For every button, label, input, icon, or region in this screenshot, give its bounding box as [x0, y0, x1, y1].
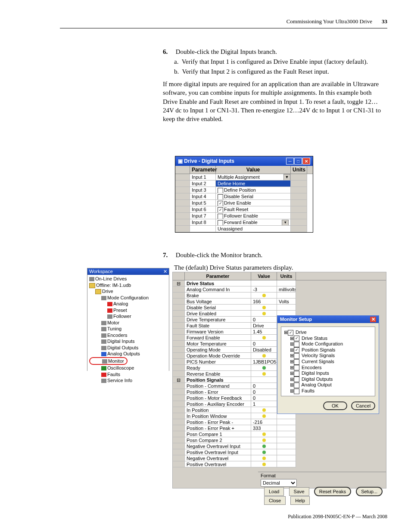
- save-button[interactable]: Save: [289, 487, 309, 496]
- checkbox[interactable]: [294, 365, 299, 370]
- grid-row[interactable]: Negative Overtravel: [173, 455, 386, 461]
- checkbox[interactable]: ✓: [218, 207, 223, 213]
- close-icon[interactable]: ✕: [370, 317, 376, 322]
- monitor-screenshot: Workspace ✕ On-Line DrivesOffline: IM-1.…: [87, 268, 386, 488]
- grid-row[interactable]: Posn Compare 1: [173, 431, 386, 437]
- tree-node[interactable]: Preset: [89, 307, 167, 314]
- grid-row[interactable]: Input 3Define Position: [175, 187, 313, 193]
- grid-row[interactable]: Input 7Follower Enable: [175, 213, 313, 219]
- tree-node[interactable]: Analog Outputs: [89, 351, 167, 357]
- grid-row[interactable]: Bus Voltage166Volts: [173, 299, 386, 305]
- grid-row[interactable]: Position - Error Peak --216: [173, 419, 386, 425]
- grid-row[interactable]: Input 1Multiple Assignment▼: [175, 174, 313, 180]
- monitor-tree-node[interactable]: ⊞ Current Signals: [284, 359, 372, 365]
- scroll-down-icon[interactable]: ▾: [282, 220, 289, 226]
- checkbox[interactable]: [294, 383, 299, 388]
- maximize-button[interactable]: □: [294, 158, 302, 165]
- dropdown-arrow-icon[interactable]: ▼: [283, 174, 290, 180]
- status-bulb-icon: [262, 463, 266, 466]
- monitor-tree-node[interactable]: ⊞ Encoders: [284, 365, 372, 371]
- tree-node[interactable]: Motor: [89, 320, 167, 326]
- tree-node[interactable]: Follower: [89, 313, 167, 320]
- minimize-button[interactable]: ─: [286, 158, 294, 165]
- cancel-button[interactable]: Cancel: [351, 401, 375, 410]
- close-button[interactable]: ✕: [302, 158, 310, 165]
- checkbox[interactable]: [218, 220, 223, 226]
- grid-row[interactable]: Positive Overtravel Input: [173, 449, 386, 455]
- format-select[interactable]: Decimal: [261, 479, 297, 487]
- grid-row[interactable]: Unassigned: [175, 226, 313, 232]
- monitor-tree-node[interactable]: ⊞ Mode Configuration: [284, 341, 372, 347]
- checkbox[interactable]: [294, 353, 299, 359]
- checkbox[interactable]: [218, 214, 223, 219]
- monitor-tree-node[interactable]: ⊞ Analog Output: [284, 382, 372, 388]
- monitor-grid: Parameter Value Units ⊟Drive StatusAnalo…: [172, 272, 386, 488]
- tree-node[interactable]: Encoders: [89, 332, 167, 339]
- tree-node[interactable]: On-Line Drives: [89, 276, 167, 282]
- grid-row[interactable]: Input 2Define Home: [175, 180, 313, 187]
- help-button[interactable]: Help: [290, 496, 310, 505]
- tree-node[interactable]: Monitor: [89, 357, 128, 365]
- step6-para: If more digital inputs are required for …: [163, 80, 384, 123]
- monitor-tree-node[interactable]: ⊞ Digital Outputs: [284, 376, 372, 383]
- status-bulb-icon: [262, 439, 266, 442]
- tree-icon: [101, 379, 106, 383]
- tree-node[interactable]: Faults: [89, 371, 167, 378]
- grid-row[interactable]: Input 8Forward Enable▾: [175, 219, 313, 226]
- close-button[interactable]: Close: [264, 496, 286, 505]
- ok-button[interactable]: OK: [323, 401, 347, 410]
- tree-node[interactable]: Mode Configuration: [89, 295, 167, 301]
- grid-row[interactable]: In Position Window: [173, 413, 386, 419]
- checkbox[interactable]: [294, 359, 299, 365]
- checkbox[interactable]: ✓: [218, 201, 223, 206]
- grid-row[interactable]: Input 5✓Drive Enable: [175, 200, 313, 206]
- tree-node[interactable]: Digital Inputs: [89, 338, 167, 345]
- workspace-tree[interactable]: On-Line DrivesOffline: IM-1.udbDriveMode…: [87, 275, 169, 386]
- monitor-tree-node[interactable]: ⊞✓ Drive Status: [284, 336, 372, 342]
- checkbox[interactable]: ✓: [288, 330, 293, 336]
- col-value: Value: [216, 166, 291, 174]
- monitor-setup-title[interactable]: Monitor Setup ✕: [277, 316, 379, 323]
- monitor-tree-node[interactable]: ⊞✓ Position Signals: [284, 347, 372, 353]
- grid-header: Parameter Value Units: [175, 166, 313, 174]
- monitor-tree-node[interactable]: ⊞✓ Drive: [284, 330, 372, 336]
- tree-node[interactable]: Drive: [89, 288, 167, 295]
- monitor-tree-node[interactable]: ⊞ Faults: [284, 388, 372, 394]
- header-rule: [60, 28, 387, 28]
- window-titlebar[interactable]: ▣ Drive - Digital Inputs ─ □ ✕: [175, 156, 313, 166]
- reset-peaks-button[interactable]: Reset Peaks: [314, 487, 351, 496]
- grid-row[interactable]: Disable Serial Communications: [173, 305, 386, 311]
- status-bulb-icon: [262, 306, 266, 309]
- tree-icon: [107, 302, 112, 306]
- monitor-tree-node[interactable]: ⊞ Digital Inputs: [284, 370, 372, 376]
- grid-row[interactable]: Negative Overtravel Input: [173, 443, 386, 449]
- monitor-tree-node[interactable]: ⊞ Velocity Signals: [284, 353, 372, 359]
- checkbox[interactable]: ✓: [294, 336, 299, 341]
- tree-node[interactable]: Digital Outputs: [89, 345, 167, 351]
- monitor-setup-tree[interactable]: ⊞✓ Drive⊞✓ Drive Status⊞ Mode Configurat…: [281, 327, 375, 396]
- setup-button[interactable]: Setup...: [356, 487, 383, 496]
- tree-node[interactable]: Service Info: [89, 377, 167, 384]
- checkbox[interactable]: [294, 389, 299, 394]
- grid-row[interactable]: Position - Error Peak +333: [173, 425, 386, 431]
- grid-row[interactable]: Input 4Disable Serial Communications: [175, 193, 313, 200]
- tree-node[interactable]: Analog: [89, 301, 167, 307]
- grid-group-row: ⊟Drive Status: [173, 280, 386, 286]
- grid-row[interactable]: Input 6✓Fault Reset: [175, 206, 313, 213]
- checkbox[interactable]: [218, 194, 223, 200]
- workspace-close-icon[interactable]: ✕: [163, 269, 167, 274]
- tree-node[interactable]: Tuning: [89, 326, 167, 332]
- status-bulb-icon: [262, 366, 266, 370]
- checkbox[interactable]: [294, 376, 299, 382]
- checkbox[interactable]: [294, 342, 299, 347]
- checkbox[interactable]: [218, 188, 223, 193]
- tree-node[interactable]: Oscilloscope: [89, 365, 167, 371]
- grid-row[interactable]: Brake: [173, 292, 386, 299]
- checkbox[interactable]: ✓: [294, 347, 299, 353]
- checkbox[interactable]: [294, 371, 299, 376]
- grid-row[interactable]: Analog Command In-3millivolts: [173, 286, 386, 292]
- tree-node[interactable]: Offline: IM-1.udb: [89, 282, 167, 289]
- grid-row[interactable]: Positive Overtravel: [173, 461, 386, 467]
- load-button[interactable]: Load: [264, 487, 284, 496]
- grid-row[interactable]: Posn Compare 2: [173, 437, 386, 443]
